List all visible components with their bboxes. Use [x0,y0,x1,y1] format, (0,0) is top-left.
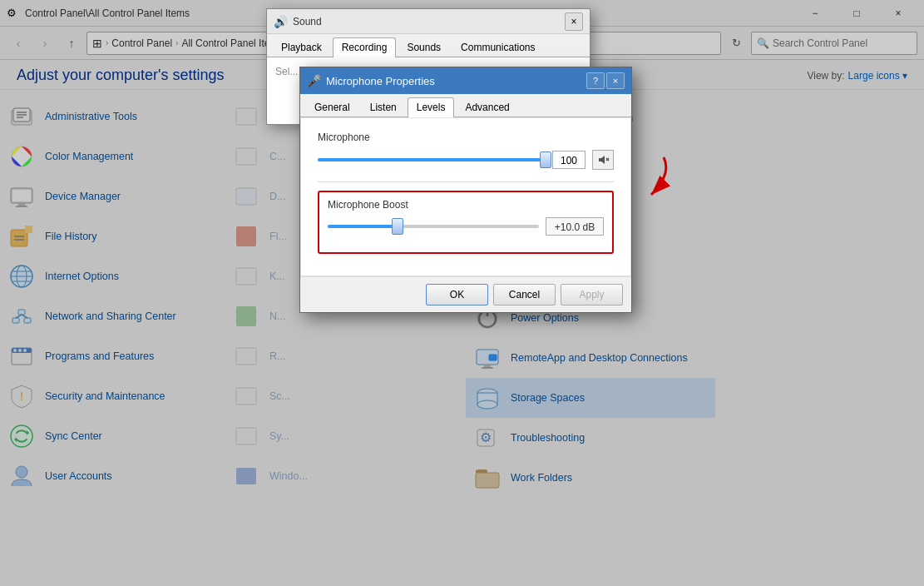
microphone-slider-fill [318,158,546,161]
mic-tabs: General Listen Levels Advanced [300,94,631,117]
microphone-boost-section: Microphone Boost +10.0 dB [318,191,614,254]
mic-title-icon: 🎤 [307,74,321,87]
boost-value-box: +10.0 dB [546,217,604,236]
microphone-slider-track[interactable] [318,158,546,161]
mic-tab-levels[interactable]: Levels [408,97,455,117]
mic-dialog-footer: OK Cancel Apply [300,276,631,312]
cancel-button[interactable]: Cancel [493,284,556,305]
microphone-slider-row: 100 [318,150,614,170]
mic-titlebar[interactable]: 🎤 Microphone Properties ? × [300,67,631,94]
microphone-mute-button[interactable] [592,150,614,170]
separator [318,181,614,182]
apply-button[interactable]: Apply [561,284,623,305]
boost-slider-thumb[interactable] [392,218,403,235]
microphone-slider-thumb[interactable] [540,151,551,168]
microphone-value-box[interactable]: 100 [552,151,586,169]
microphone-properties-dialog: 🎤 Microphone Properties ? × General List… [299,67,632,313]
boost-slider-fill [328,225,398,228]
boost-container: Microphone Boost +10.0 dB [318,191,614,254]
microphone-label: Microphone [318,132,614,143]
mic-help-button[interactable]: ? [586,72,605,89]
mic-tab-general[interactable]: General [305,97,359,117]
microphone-section: Microphone 100 [318,132,614,170]
mic-tab-advanced[interactable]: Advanced [456,97,518,117]
mic-title-text: Microphone Properties [326,75,581,87]
mic-close-button[interactable]: × [606,72,625,89]
mic-window-controls: ? × [586,72,625,89]
mic-tab-listen[interactable]: Listen [361,97,406,117]
boost-slider-track[interactable] [328,225,539,228]
mic-dialog-body: Microphone 100 [300,117,631,276]
boost-slider-row: +10.0 dB [328,217,604,236]
boost-label: Microphone Boost [328,199,604,211]
content-area: Adjust your computer's settings View by:… [0,60,924,586]
ok-button[interactable]: OK [426,284,488,305]
